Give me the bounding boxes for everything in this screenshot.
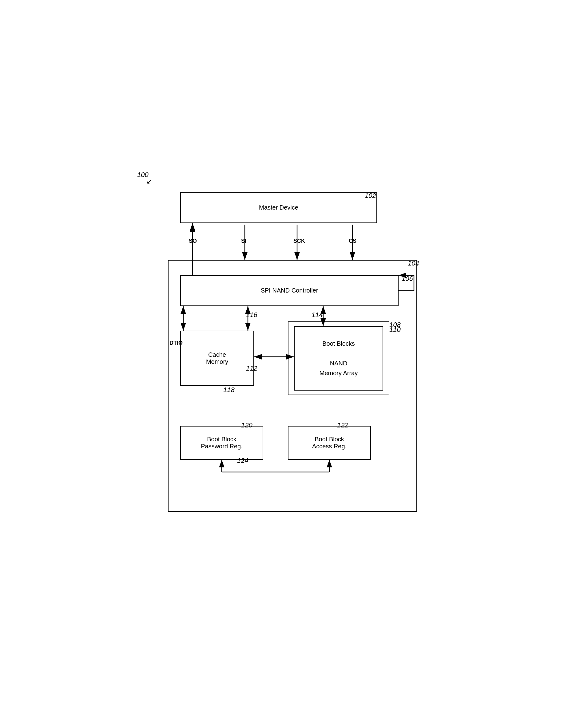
ref-110: 110 [389,326,401,334]
ref-106: 106 [402,275,413,283]
ref-102: 102 [365,192,376,200]
ref-112: 112 [246,364,257,372]
cache-memory-label: Cache Memory [206,351,228,365]
boot-block-access-label: Boot Block Access Reg. [312,436,346,450]
spi-controller-box: SPI NAND Controller [180,275,398,306]
signal-sck: SCK [293,238,305,244]
signal-si: SI [241,238,246,244]
diagram-container: 100 ↙ Master Device 102 126 104 SPI NAND… [156,183,432,521]
master-device-label: Master Device [259,204,298,211]
cache-memory-box: Cache Memory [180,331,254,386]
ref-122: 122 [337,421,349,429]
signal-dtio: DTIO [169,340,183,346]
master-device-box: Master Device [180,192,377,223]
boot-block-access-box: Boot Block Access Reg. [288,426,371,460]
spi-controller-label: SPI NAND Controller [261,287,318,294]
boot-block-pw-label: Boot Block Password Reg. [201,436,243,450]
ref-104: 104 [408,259,419,267]
ref-120: 120 [241,421,253,429]
ref-116: 116 [246,311,257,319]
signal-so: SO [189,238,197,244]
nand-array-inner-box: Boot Blocks NAND Memory Array [294,326,383,391]
ref-114: 114 [312,311,323,319]
ref-118: 118 [223,386,235,394]
nand-array-label: Boot Blocks NAND Memory Array [320,339,358,378]
ref-124: 124 [237,457,249,465]
signal-cs: CS [349,238,357,244]
boot-block-pw-box: Boot Block Password Reg. [180,426,263,460]
